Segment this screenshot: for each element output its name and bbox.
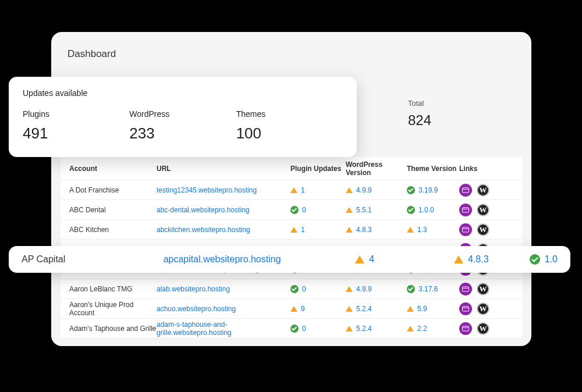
warning-icon [454, 255, 463, 263]
row-wordpress-version: 4.9.9 [346, 285, 407, 293]
wordpress-icon[interactable]: W [477, 184, 489, 197]
total-label: Total [408, 99, 507, 108]
updates-title: Updates available [23, 88, 343, 98]
row-theme-version: 3.19.9 [407, 186, 459, 194]
updates-wordpress: WordPress 233 [129, 109, 236, 142]
row-wordpress-version: 5.2.4 [346, 305, 407, 313]
row-url-link[interactable]: alab.websitepro.hosting [157, 285, 230, 293]
table-row[interactable]: ABC Kitchenabckitchen.websitepro.hosting… [61, 220, 522, 240]
featured-wordpress-version: 4.8.3 [454, 254, 530, 265]
wordpress-icon[interactable]: W [477, 283, 489, 295]
header-account[interactable]: Account [69, 165, 157, 173]
table-row[interactable]: Aaron's Unique Prod Accountachuo.website… [61, 299, 522, 319]
warning-icon [407, 227, 414, 233]
row-wordpress-version: 4.9.9 [346, 186, 407, 194]
warning-icon [346, 306, 353, 312]
warning-icon [346, 227, 353, 233]
header-wordpress-version[interactable]: WordPress Version [346, 161, 407, 177]
svg-rect-14 [463, 326, 469, 331]
warning-icon [290, 187, 297, 193]
row-url-link[interactable]: adam-s-taphouse-and-grille.websitepro.ho… [157, 320, 232, 337]
svg-rect-4 [463, 227, 469, 232]
row-plugin-updates: 1 [290, 186, 346, 194]
updates-themes-label: Themes [236, 109, 343, 119]
table-row[interactable]: ABC Dentalabc-dental.websitepro.hosting0… [61, 200, 522, 220]
row-account: ABC Kitchen [69, 226, 157, 234]
site-link-icon[interactable] [459, 283, 472, 295]
row-theme-version: 1.0.0 [407, 206, 459, 214]
updates-themes-value: 100 [236, 124, 343, 142]
checkmark-icon [407, 206, 415, 214]
updates-available-card: Updates available Plugins 491 WordPress … [9, 77, 357, 157]
row-url-link[interactable]: abckitchen.websitepro.hosting [157, 226, 250, 234]
checkmark-icon [290, 285, 299, 293]
site-link-icon[interactable] [459, 302, 472, 315]
wordpress-icon[interactable]: W [477, 204, 489, 216]
page-title: Dashboard [51, 32, 531, 72]
row-wordpress-version: 4.8.3 [346, 226, 407, 234]
svg-rect-10 [463, 287, 469, 291]
featured-url[interactable]: apcapital.websitepro.hosting [164, 254, 356, 265]
site-link-icon[interactable] [459, 184, 472, 197]
table-row[interactable]: A Dot Franchisetesting12345.websitepro.h… [61, 180, 522, 200]
svg-rect-2 [463, 208, 469, 212]
header-plugin-updates[interactable]: Plugin Updates [290, 165, 346, 173]
row-plugin-updates: 1 [290, 226, 346, 234]
checkmark-icon [407, 186, 415, 194]
row-account: Aaron LeBlanc TMG [69, 285, 157, 293]
checkmark-icon [530, 254, 540, 265]
svg-rect-12 [463, 307, 469, 311]
warning-icon [346, 187, 353, 193]
table-row[interactable]: Aaron LeBlanc TMGalab.websitepro.hosting… [61, 279, 522, 299]
wordpress-icon[interactable]: W [477, 223, 489, 236]
row-account: Aaron's Unique Prod Account [69, 301, 157, 317]
row-theme-version: 2.2 [407, 325, 459, 333]
checkmark-icon [290, 325, 299, 333]
warning-icon [346, 286, 353, 292]
wordpress-icon[interactable]: W [477, 322, 489, 335]
warning-icon [290, 227, 297, 233]
updates-wordpress-label: WordPress [129, 109, 236, 119]
row-url-link[interactable]: testing12345.websitepro.hosting [157, 186, 257, 194]
header-links: Links [459, 165, 513, 173]
row-theme-version: 1.3 [407, 226, 459, 234]
row-theme-version: 5.9 [407, 305, 459, 313]
featured-account: AP Capital [22, 254, 164, 265]
row-plugin-updates: 0 [290, 325, 346, 333]
totals-block: Total 824 [408, 99, 507, 129]
featured-row[interactable]: AP Capital apcapital.websitepro.hosting … [9, 246, 570, 273]
row-account: A Dot Franchise [69, 186, 157, 194]
warning-icon [407, 326, 414, 332]
updates-plugins-value: 491 [23, 124, 129, 142]
header-url[interactable]: URL [157, 165, 290, 173]
row-url-link[interactable]: achuo.websitepro.hosting [157, 305, 236, 313]
featured-plugin-updates: 4 [355, 254, 454, 265]
row-theme-version: 3.17.6 [407, 285, 459, 293]
site-link-icon[interactable] [459, 223, 472, 236]
site-link-icon[interactable] [459, 322, 472, 335]
total-value: 824 [408, 112, 507, 129]
updates-plugins-label: Plugins [23, 109, 129, 119]
row-plugin-updates: 9 [290, 305, 346, 313]
warning-icon [355, 255, 364, 263]
table-row[interactable]: Adam's Taphouse and Grilleadam-s-taphous… [61, 319, 522, 338]
warning-icon [290, 306, 297, 312]
warning-icon [407, 306, 414, 312]
site-link-icon[interactable] [459, 204, 472, 216]
svg-rect-0 [463, 188, 469, 193]
header-theme-version[interactable]: Theme Version [407, 165, 459, 173]
row-account: Adam's Taphouse and Grille [69, 325, 157, 333]
checkmark-icon [290, 206, 299, 214]
row-plugin-updates: 0 [290, 285, 346, 293]
featured-theme-value: 1.0 [545, 254, 558, 265]
table-header: Account URL Plugin Updates WordPress Ver… [61, 157, 522, 180]
updates-wordpress-value: 233 [129, 124, 236, 142]
wordpress-icon[interactable]: W [477, 302, 489, 315]
updates-themes: Themes 100 [236, 109, 343, 142]
row-url-link[interactable]: abc-dental.websitepro.hosting [157, 206, 249, 214]
checkmark-icon [407, 285, 415, 293]
featured-wp-value: 4.8.3 [468, 254, 489, 265]
featured-plugin-value: 4 [369, 254, 374, 265]
row-account: ABC Dental [69, 206, 157, 214]
featured-theme-version: 1.0 [530, 254, 558, 265]
